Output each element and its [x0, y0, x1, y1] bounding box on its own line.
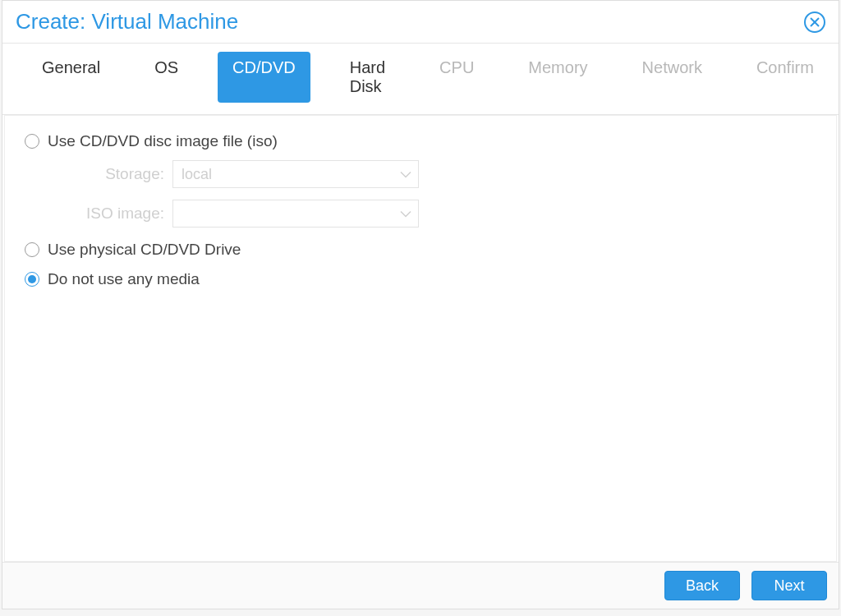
storage-value: local — [182, 166, 212, 183]
option-use-iso-label: Use CD/DVD disc image file (iso) — [48, 132, 278, 150]
tab-content: Use CD/DVD disc image file (iso) Storage… — [4, 115, 837, 562]
tab-cddvd[interactable]: CD/DVD — [218, 52, 310, 103]
option-no-media-label: Do not use any media — [48, 270, 200, 288]
option-no-media[interactable]: Do not use any media — [25, 270, 816, 288]
tab-network: Network — [627, 52, 717, 103]
iso-image-label: ISO image: — [25, 205, 172, 223]
chevron-down-icon — [400, 205, 411, 223]
tab-harddisk[interactable]: Hard Disk — [335, 52, 400, 103]
dialog-titlebar: Create: Virtual Machine — [2, 1, 839, 44]
back-button[interactable]: Back — [664, 571, 740, 600]
tab-cpu: CPU — [425, 52, 489, 103]
tab-bar: General OS CD/DVD Hard Disk CPU Memory N… — [2, 44, 839, 115]
radio-icon — [25, 134, 39, 149]
iso-image-combo[interactable] — [172, 200, 419, 228]
create-vm-dialog: Create: Virtual Machine General OS CD/DV… — [2, 0, 839, 609]
radio-icon — [25, 242, 39, 257]
tab-memory: Memory — [513, 52, 602, 103]
storage-label: Storage: — [25, 165, 172, 183]
tab-confirm: Confirm — [742, 52, 829, 103]
tab-general[interactable]: General — [27, 52, 115, 103]
option-use-iso[interactable]: Use CD/DVD disc image file (iso) — [25, 132, 816, 150]
option-use-physical[interactable]: Use physical CD/DVD Drive — [25, 241, 816, 259]
next-button[interactable]: Next — [751, 571, 827, 600]
chevron-down-icon — [400, 166, 411, 183]
dialog-footer: Back Next — [2, 562, 839, 609]
close-button[interactable] — [804, 11, 825, 33]
option-use-physical-label: Use physical CD/DVD Drive — [48, 241, 241, 259]
close-icon — [809, 16, 820, 28]
radio-icon — [25, 272, 39, 287]
dialog-title: Create: Virtual Machine — [16, 9, 238, 34]
tab-os[interactable]: OS — [140, 52, 193, 103]
iso-fields: Storage: local ISO image: — [25, 160, 816, 228]
storage-combo[interactable]: local — [172, 160, 419, 188]
